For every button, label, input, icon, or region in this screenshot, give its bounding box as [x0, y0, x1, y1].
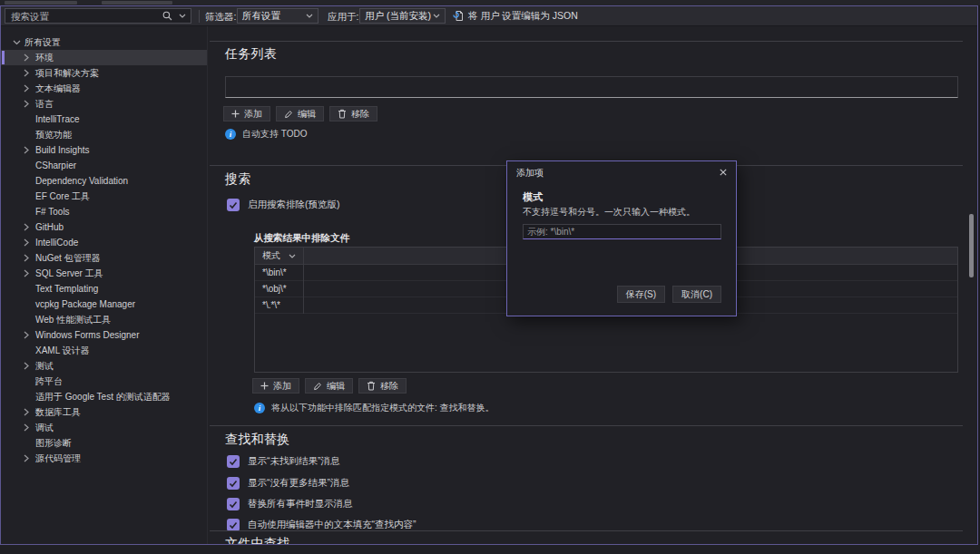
sidebar-item[interactable]: 调试	[1, 420, 207, 435]
sidebar-item[interactable]: 环境	[1, 50, 207, 65]
sidebar-item[interactable]: Windows Forms Designer	[1, 327, 207, 343]
checkbox-checked[interactable]	[227, 498, 240, 510]
sidebar-item[interactable]: 数据库工具	[1, 404, 207, 420]
check-icon	[229, 521, 238, 530]
filter-dropdown-value: 所有设置	[242, 10, 280, 23]
cancel-button[interactable]: 取消(C)	[672, 286, 721, 303]
sidebar-item[interactable]: SQL Server 工具	[1, 266, 207, 281]
sidebar-item[interactable]: Build Insights	[1, 142, 207, 158]
pattern-input[interactable]	[523, 224, 721, 239]
chevron-expanded-icon	[13, 40, 21, 45]
sidebar-item[interactable]: XAML 设计器	[1, 343, 207, 358]
sidebar-item-label: 适用于 Google Test 的测试适配器	[35, 391, 171, 403]
sidebar-item-label: XAML 设计器	[35, 345, 90, 357]
sidebar-item[interactable]: IntelliCode	[1, 235, 207, 250]
save-button[interactable]: 保存(S)	[617, 286, 665, 303]
remove-button[interactable]: 移除	[329, 106, 377, 121]
plus-icon	[260, 382, 269, 390]
pattern-field-label: 模式	[523, 190, 543, 204]
pencil-icon	[313, 382, 322, 391]
background-tab-ghost	[102, 1, 172, 5]
edit-button-label: 编辑	[298, 108, 316, 121]
apply-to-dropdown[interactable]: 用户 (当前安装)	[359, 8, 446, 24]
sidebar-item-label: 数据库工具	[35, 406, 81, 419]
sidebar-item[interactable]: EF Core 工具	[1, 189, 207, 204]
sidebar-item[interactable]: F# Tools	[1, 204, 207, 219]
edit-button-label: 编辑	[327, 380, 345, 393]
exclude-files-title: 从搜索结果中排除文件	[254, 232, 349, 245]
checkbox-checked[interactable]	[227, 455, 240, 468]
chevron-right-icon	[24, 423, 29, 432]
column-divider	[303, 248, 304, 314]
check-icon	[229, 201, 238, 209]
filter-label: 筛选器:	[205, 11, 236, 24]
edit-button[interactable]: 编辑	[276, 106, 324, 121]
next-section-heading: 文件中查找	[225, 536, 290, 544]
settings-body: 所有设置 环境项目和解决方案文本编辑器语言IntelliTrace预览功能Bui…	[1, 26, 977, 544]
sidebar-item[interactable]: Dependency Validation	[1, 173, 207, 189]
checkbox-checked[interactable]	[227, 519, 240, 531]
trash-icon	[338, 109, 347, 119]
sidebar-item[interactable]: 跨平台	[1, 374, 207, 389]
sidebar-item[interactable]: 测试	[1, 358, 207, 374]
sidebar-item[interactable]: Text Templating	[1, 281, 207, 296]
sidebar-item[interactable]: GitHub	[1, 219, 207, 235]
edit-json-button[interactable]: 将 用户 设置编辑为 JSON	[453, 8, 578, 24]
sidebar-item[interactable]: vcpkg Package Manager	[1, 296, 207, 312]
search-heading: 搜索	[225, 171, 251, 188]
checkbox-checked[interactable]	[227, 199, 240, 211]
chevron-down-icon	[306, 14, 313, 18]
add-button[interactable]: 添加	[252, 378, 299, 394]
sidebar-item-label: Text Templating	[35, 284, 98, 294]
chevron-down-icon[interactable]	[179, 14, 186, 18]
sidebar-item[interactable]: 语言	[1, 96, 207, 112]
search-icon	[162, 11, 172, 21]
find-replace-option[interactable]: 显示“没有更多结果”消息	[227, 477, 349, 490]
section-divider	[210, 425, 963, 426]
add-button-label: 添加	[273, 380, 291, 393]
sidebar-item[interactable]: 文本编辑器	[1, 81, 207, 96]
search-box[interactable]	[5, 8, 191, 24]
sidebar-root-label: 所有设置	[24, 36, 61, 49]
settings-sidebar: 所有设置 环境项目和解决方案文本编辑器语言IntelliTrace预览功能Bui…	[1, 26, 208, 544]
edit-button[interactable]: 编辑	[305, 378, 353, 394]
close-icon[interactable]	[717, 166, 730, 179]
apply-to-dropdown-value: 用户 (当前安装)	[365, 10, 431, 23]
task-list-listbox[interactable]	[225, 76, 958, 98]
sidebar-item[interactable]: NuGet 包管理器	[1, 250, 207, 266]
settings-window: 筛选器: 所有设置 应用于: 用户 (当前安装) 将 用户 设置编辑为 JSON…	[0, 5, 978, 545]
search-input[interactable]	[5, 11, 162, 22]
sidebar-item-label: 跨平台	[35, 375, 63, 388]
sidebar-item-label: 源代码管理	[35, 452, 81, 465]
enable-search-exclusions-option[interactable]: 启用搜索排除(预览版)	[227, 199, 340, 211]
pattern-cell: *\bin\*	[255, 267, 287, 277]
scrollbar-thumb[interactable]	[969, 214, 974, 277]
find-replace-option[interactable]: 自动使用编辑器中的文本填充“查找内容”	[227, 519, 416, 531]
sidebar-item[interactable]: 预览功能	[1, 127, 207, 142]
filter-dropdown[interactable]: 所有设置	[237, 8, 318, 24]
sidebar-item[interactable]: IntelliTrace	[1, 112, 207, 127]
sidebar-item[interactable]: 项目和解决方案	[1, 65, 207, 81]
remove-button-label: 移除	[351, 108, 369, 121]
sidebar-root-all-settings[interactable]: 所有设置	[1, 34, 207, 50]
remove-button[interactable]: 移除	[358, 378, 407, 394]
chevron-right-icon	[24, 223, 29, 231]
pattern-cell: *\obj\*	[255, 284, 287, 294]
sidebar-item-label: GitHub	[35, 222, 64, 232]
checkbox-checked[interactable]	[227, 477, 240, 490]
sidebar-item[interactable]: Web 性能测试工具	[1, 312, 207, 327]
background-bottom-strip	[0, 545, 980, 554]
sidebar-item[interactable]: 图形诊断	[1, 435, 207, 451]
sidebar-item[interactable]: CSharpier	[1, 158, 207, 173]
sidebar-item[interactable]: 适用于 Google Test 的测试适配器	[1, 389, 207, 404]
edit-json-button-label: 将 用户 设置编辑为 JSON	[468, 10, 578, 23]
find-replace-option[interactable]: 替换所有事件时显示消息	[227, 498, 353, 510]
sidebar-item-label: 语言	[35, 98, 54, 111]
pencil-icon	[284, 110, 293, 119]
find-replace-option[interactable]: 显示“未找到结果”消息	[227, 455, 340, 468]
dialog-actions: 保存(S) 取消(C)	[617, 286, 721, 303]
exclude-actions: 添加 编辑 移除	[252, 378, 412, 394]
add-button[interactable]: 添加	[223, 106, 270, 121]
sidebar-item[interactable]: 源代码管理	[1, 451, 207, 466]
sidebar-item-label: SQL Server 工具	[35, 267, 103, 280]
